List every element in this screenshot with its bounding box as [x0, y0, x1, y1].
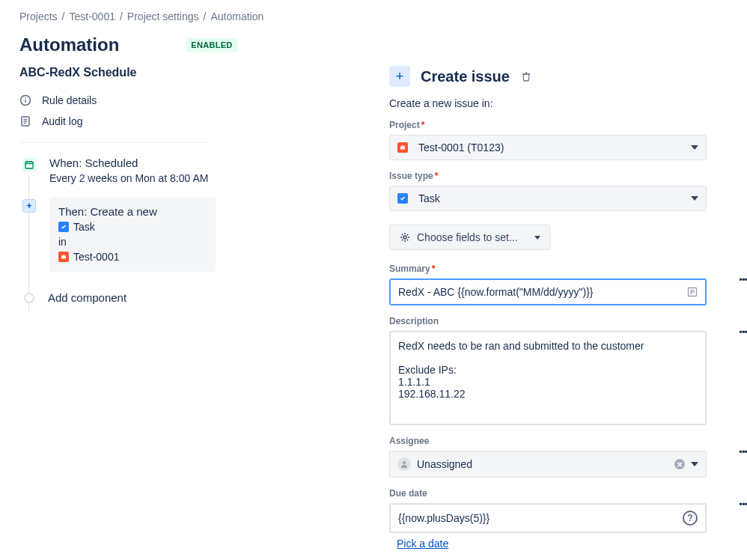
panel-title: Create issue: [421, 68, 510, 85]
avatar-icon: [397, 457, 411, 471]
chevron-down-icon: [691, 145, 698, 150]
svg-rect-11: [61, 256, 66, 259]
assignee-value: Unassigned: [417, 458, 472, 470]
issuetype-select[interactable]: Task: [389, 186, 707, 211]
help-icon[interactable]: ?: [683, 511, 698, 526]
svg-rect-14: [402, 146, 404, 147]
choose-fields-label: Choose fields to set...: [417, 231, 518, 243]
audit-log-link[interactable]: Audit log: [19, 111, 355, 132]
flow-action-task: Task: [73, 221, 95, 233]
breadcrumb-sep: /: [62, 10, 65, 22]
audit-log-label: Audit log: [42, 115, 82, 127]
summary-input[interactable]: [389, 279, 707, 305]
flow-action-project: Test-0001: [73, 251, 119, 263]
more-icon[interactable]: •••: [739, 499, 747, 510]
issuetype-label: Issue type*: [389, 171, 738, 181]
breadcrumb-automation[interactable]: Automation: [210, 10, 263, 22]
duedate-value: {{now.plusDays(5)}}: [398, 512, 490, 524]
task-icon: [397, 193, 408, 204]
breadcrumb-project[interactable]: Test-0001: [69, 10, 115, 22]
svg-rect-12: [63, 255, 65, 257]
summary-field[interactable]: [398, 286, 687, 298]
info-icon: [19, 94, 31, 106]
flow-action[interactable]: + Then: Create a new Task in: [22, 198, 355, 272]
status-badge: ENABLED: [186, 38, 237, 52]
breadcrumb: Projects / Test-0001 / Project settings …: [0, 0, 747, 22]
project-label: Project*: [389, 120, 738, 130]
add-component-label: Add component: [48, 291, 126, 304]
assignee-label: Assignee: [389, 436, 738, 446]
more-icon[interactable]: •••: [739, 446, 747, 457]
svg-rect-7: [25, 162, 33, 168]
rule-details-link[interactable]: Rule details: [19, 90, 355, 111]
circle-icon: [24, 293, 34, 303]
project-value: Test-0001 (T0123): [418, 141, 504, 153]
pick-date-link[interactable]: Pick a date: [389, 533, 456, 550]
rule-name: ABC-RedX Schedule: [19, 66, 355, 79]
delete-icon[interactable]: [520, 70, 532, 82]
plus-icon: +: [389, 66, 410, 87]
issuetype-value: Task: [418, 192, 440, 204]
duedate-input[interactable]: {{now.plusDays(5)}} ?: [389, 503, 707, 533]
plus-icon: +: [22, 199, 36, 213]
breadcrumb-settings[interactable]: Project settings: [127, 10, 199, 22]
clear-icon[interactable]: ✕: [674, 459, 685, 469]
more-icon[interactable]: •••: [739, 274, 747, 285]
flow-add-component[interactable]: Add component: [22, 291, 355, 304]
description-input[interactable]: RedX needs to be ran and submitted to th…: [389, 331, 707, 425]
chevron-down-icon: [534, 236, 540, 240]
flow-action-title: Then: Create a new: [58, 205, 207, 218]
flow-action-in: in: [58, 236, 67, 248]
chevron-down-icon: [691, 462, 698, 466]
rule-details-label: Rule details: [42, 94, 97, 106]
assignee-select[interactable]: Unassigned ✕: [389, 451, 707, 478]
breadcrumb-sep: /: [120, 10, 123, 22]
project-select[interactable]: Test-0001 (T0123): [389, 135, 707, 160]
flow-trigger[interactable]: When: Scheduled Every 2 weeks on Mon at …: [22, 156, 355, 184]
flow-trigger-title: When: Scheduled: [49, 156, 208, 169]
svg-point-15: [403, 236, 406, 239]
breadcrumb-sep: /: [204, 10, 207, 22]
summary-label: Summary*: [389, 264, 738, 274]
breadcrumb-projects[interactable]: Projects: [19, 10, 58, 22]
template-icon[interactable]: [687, 287, 698, 297]
page-title: Automation: [19, 34, 119, 55]
calendar-icon: [22, 158, 36, 171]
svg-rect-1: [25, 100, 25, 103]
task-icon: [58, 222, 69, 232]
project-icon: [58, 252, 69, 262]
project-icon: [397, 142, 408, 153]
more-icon[interactable]: •••: [739, 326, 747, 338]
svg-point-20: [403, 461, 406, 464]
description-label: Description: [389, 316, 738, 326]
panel-subtitle: Create a new issue in:: [389, 97, 738, 109]
chevron-down-icon: [691, 196, 698, 201]
gear-icon: [399, 231, 411, 243]
flow-trigger-subtitle: Every 2 weeks on Mon at 8:00 AM: [49, 172, 208, 184]
duedate-label: Due date: [389, 488, 738, 499]
description-value: RedX needs to be ran and submitted to th…: [398, 340, 644, 400]
svg-rect-13: [400, 147, 405, 150]
svg-rect-2: [25, 98, 25, 99]
divider: [19, 142, 207, 143]
choose-fields-button[interactable]: Choose fields to set...: [389, 225, 550, 250]
log-icon: [19, 115, 31, 127]
